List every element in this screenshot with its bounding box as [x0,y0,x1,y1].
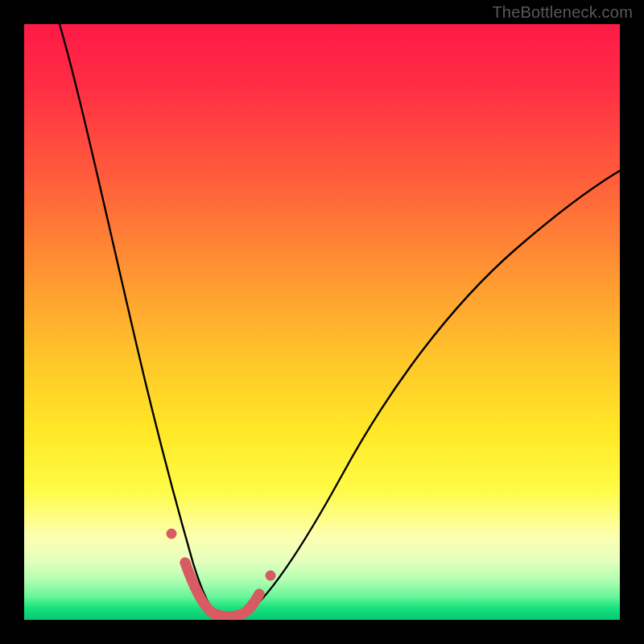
marker-dot-right-end [254,589,265,600]
marker-dot-left-end [180,558,191,568]
marker-dot-left-outer [167,529,177,539]
watermark-text: TheBottleneck.com [492,3,633,22]
highlight-markers [24,24,620,620]
plot-area [24,24,620,620]
valley-highlight-segment [185,563,259,617]
marker-dot-right-outer [266,571,276,581]
chart-stage: TheBottleneck.com [0,0,644,644]
